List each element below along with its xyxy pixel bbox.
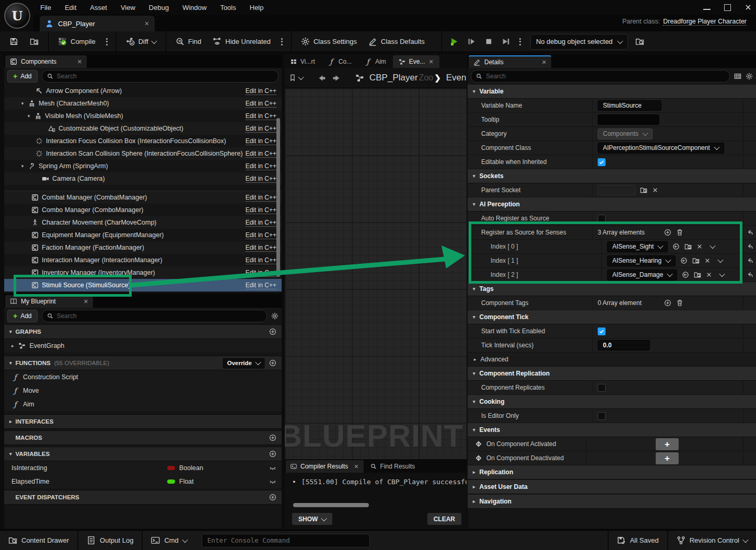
advanced-expander-row[interactable]: ▸Advanced: [468, 353, 756, 367]
variable-row-elapsedtime[interactable]: ElapsedTime Float: [4, 475, 282, 488]
find-button[interactable]: Find: [171, 33, 205, 50]
class-settings-button[interactable]: Class Settings: [297, 33, 361, 50]
edit-in-cpp-link[interactable]: Edit in C++: [246, 256, 276, 264]
element-options-chevron-icon[interactable]: [717, 257, 723, 263]
section-component-replication[interactable]: ▾Component Replication: [468, 367, 756, 381]
construction-script-row[interactable]: ƒConstruction Script: [4, 370, 282, 384]
tab-event-graph[interactable]: Eve...✕: [393, 55, 439, 68]
element-options-chevron-icon[interactable]: [710, 243, 716, 249]
edit-in-cpp-link[interactable]: Edit in C++: [246, 87, 276, 95]
class-defaults-button[interactable]: Class Defaults: [364, 33, 429, 50]
component-row[interactable]: ▾ Interaction Focus Collision Box (Inter…: [4, 135, 282, 147]
tooltip-input[interactable]: [598, 114, 659, 125]
browse-debug-button[interactable]: [631, 33, 648, 50]
section-variable[interactable]: ▾Variable: [468, 85, 756, 99]
component-row[interactable]: ▾ Equipment Manager (EquipmentManager) E…: [4, 229, 282, 241]
is-editor-only-checkbox[interactable]: [598, 412, 606, 420]
edit-in-cpp-link[interactable]: Edit in C++: [246, 150, 276, 158]
clear-x-icon[interactable]: [652, 187, 658, 193]
add-component-button[interactable]: +Add: [7, 70, 38, 83]
eye-closed-icon[interactable]: [269, 464, 276, 472]
variable-row-isinteracting[interactable]: IsInteracting Boolean: [4, 461, 282, 475]
functions-section-header[interactable]: ▾FUNCTIONS(55 OVERRIDABLE) Override: [4, 356, 282, 370]
frame-skip-button[interactable]: [464, 33, 479, 50]
edit-in-cpp-link[interactable]: Edit in C++: [246, 269, 276, 277]
save-button[interactable]: [5, 33, 22, 50]
tab-my-blueprint[interactable]: My Blueprint ✕: [5, 295, 93, 308]
component-row[interactable]: ▾ Arrow Component (Arrow) Edit in C++: [4, 85, 282, 97]
component-row[interactable]: ▾ Visible Mesh (VisibleMesh) Edit in C++: [4, 110, 282, 122]
stop-button[interactable]: [482, 33, 496, 50]
component-row[interactable]: ▾ Character Movement (CharMoveComp) Edit…: [4, 216, 282, 229]
component-row[interactable]: ▾ Camera (Camera) Edit in C++: [4, 172, 282, 185]
parent-socket-input[interactable]: [598, 185, 635, 195]
component-row[interactable]: ▾ Customizable Object (CustomizableObjec…: [4, 122, 282, 135]
component-row[interactable]: ▾ Faction Manager (FactionManager) Edit …: [4, 241, 282, 254]
menu-file[interactable]: File: [33, 0, 58, 15]
menu-tools[interactable]: Tools: [213, 0, 242, 15]
editable-inherited-checkbox[interactable]: [598, 158, 606, 166]
my-blueprint-search-input[interactable]: Search: [42, 310, 267, 322]
components-scrollbar[interactable]: [276, 118, 280, 277]
section-tags[interactable]: ▾Tags: [468, 282, 756, 296]
edit-in-cpp-link[interactable]: Edit in C++: [246, 137, 276, 145]
tab-close-icon[interactable]: [144, 21, 149, 26]
compile-button[interactable]: Compile: [54, 33, 100, 50]
clear-x-icon[interactable]: [696, 243, 703, 250]
trash-icon[interactable]: [676, 229, 683, 236]
add-graph-icon[interactable]: [269, 328, 276, 335]
graphs-section-header[interactable]: ▾GRAPHS: [4, 324, 282, 339]
sense-dropdown-1[interactable]: AISense_Hearing: [607, 255, 676, 266]
edit-in-cpp-link[interactable]: Edit in C++: [246, 206, 276, 214]
component-row[interactable]: ▾ Stimuli Source (StimuliSource) Edit in…: [4, 279, 282, 291]
edit-in-cpp-link[interactable]: Edit in C++: [246, 282, 276, 289]
browse-folder-icon[interactable]: [684, 243, 692, 250]
section-cooking[interactable]: ▾Cooking: [468, 395, 756, 409]
section-sockets[interactable]: ▾Sockets: [468, 169, 756, 183]
edit-in-cpp-link[interactable]: Edit in C++: [246, 125, 276, 133]
edit-in-cpp-link[interactable]: Edit in C++: [246, 112, 276, 120]
component-row[interactable]: ▾ Interaction Manager (InteractionManage…: [4, 254, 282, 266]
sense-dropdown-0[interactable]: AISense_Sight: [607, 241, 668, 252]
edit-in-cpp-link[interactable]: Edit in C++: [246, 219, 276, 227]
expander-icon[interactable]: ▾: [26, 113, 31, 119]
edit-in-cpp-link[interactable]: Edit in C++: [246, 175, 276, 183]
all-saved-button[interactable]: All Saved: [608, 531, 668, 550]
browse-folder-icon[interactable]: [692, 257, 700, 264]
tab-compiler-results[interactable]: Compiler Results ✕: [286, 460, 364, 473]
eject-button[interactable]: [499, 33, 513, 50]
tab-construction-script[interactable]: ƒCo...: [322, 55, 357, 68]
clear-x-icon[interactable]: [704, 258, 711, 264]
menu-asset[interactable]: Asset: [83, 0, 114, 15]
edit-in-cpp-link[interactable]: Edit in C++: [246, 194, 276, 202]
component-row[interactable]: ▾ Mesh (CharacterMesh0) Edit in C++: [4, 97, 282, 110]
variable-name-input[interactable]: StimuliSource: [598, 100, 661, 111]
menu-view[interactable]: View: [114, 0, 142, 15]
tab-close-icon[interactable]: ✕: [77, 58, 82, 65]
section-replication[interactable]: ▸Replication: [468, 465, 756, 479]
filter-gear-icon[interactable]: [271, 312, 278, 320]
section-component-tick[interactable]: ▾Component Tick: [468, 310, 756, 324]
display-options-icon[interactable]: [734, 73, 741, 80]
tick-interval-input[interactable]: 0.0: [598, 340, 650, 350]
component-replicates-checkbox[interactable]: [598, 384, 606, 392]
menu-help[interactable]: Help: [243, 0, 271, 15]
expander-icon[interactable]: ▸: [11, 343, 14, 348]
event-graph-row[interactable]: ▸EventGraph: [4, 339, 282, 353]
debug-object-select[interactable]: No debug object selected: [530, 34, 628, 50]
reset-to-default-icon[interactable]: [746, 271, 753, 278]
override-dropdown[interactable]: Override: [222, 357, 265, 369]
close-button[interactable]: [745, 4, 752, 11]
browse-folder-icon[interactable]: [640, 186, 647, 194]
expander-icon[interactable]: ▾: [20, 163, 25, 169]
browse-asset-button[interactable]: [26, 33, 43, 50]
hide-unrelated-options-button[interactable]: [278, 38, 286, 45]
edit-in-cpp-link[interactable]: Edit in C++: [246, 231, 276, 239]
edit-in-cpp-link[interactable]: Edit in C++: [246, 100, 276, 108]
cmd-dropdown[interactable]: Cmd: [143, 531, 195, 550]
start-tick-checkbox[interactable]: [598, 327, 606, 335]
section-navigation[interactable]: ▸Navigation: [468, 495, 756, 509]
aim-function-row[interactable]: ƒAim: [4, 397, 282, 411]
add-element-icon[interactable]: [664, 229, 671, 236]
parent-class-link[interactable]: Dreadforge Player Character: [663, 18, 747, 26]
